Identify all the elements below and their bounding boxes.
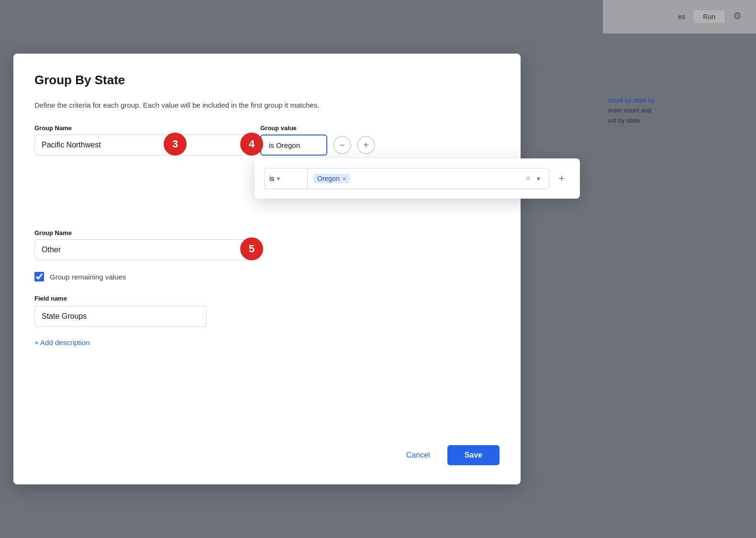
group1-name-input[interactable] (34, 134, 255, 156)
field-name-label: Field name (34, 295, 500, 302)
tag-dropdown-arrow-icon[interactable]: ▾ (534, 175, 543, 182)
minus-icon: − (339, 140, 345, 151)
add-condition-button[interactable]: + (357, 136, 375, 154)
condition-operator-select[interactable]: is ▾ (264, 168, 307, 189)
group2-name-input[interactable] (34, 239, 255, 260)
modal-dialog: Group By State Define the criteria for e… (13, 54, 521, 484)
group1-section: 3 4 is Oregon − + (34, 134, 500, 156)
group2-section: 5 (34, 239, 500, 260)
remove-condition-button[interactable]: − (333, 136, 351, 154)
group-remaining-row: Group remaining values (34, 272, 500, 281)
group1-value-text: is Oregon (269, 141, 300, 149)
group2-row: 5 (34, 239, 500, 260)
operator-label: is (269, 175, 274, 182)
tag-clear-icon[interactable]: × (526, 174, 530, 183)
group-name-header1: Group Name (34, 124, 255, 132)
popup-add-button[interactable]: + (553, 170, 570, 187)
modal-title: Group By State (34, 73, 500, 88)
group1-headers: Group Name Group value (34, 124, 500, 132)
modal-overlay: Group By State Define the criteria for e… (0, 0, 756, 538)
group-remaining-label: Group remaining values (50, 273, 126, 281)
step-badge-3: 3 (164, 133, 187, 156)
field-name-input[interactable] (34, 306, 207, 327)
plus-icon: + (363, 140, 369, 151)
modal-description: Define the criteria for each group. Each… (34, 101, 500, 109)
group1-row: 3 4 is Oregon − + (34, 134, 500, 156)
tag-input-area[interactable]: Oregon × × ▾ (307, 168, 549, 189)
oregon-tag-chip: Oregon × (313, 174, 350, 183)
group-name-header2: Group Name (34, 229, 255, 236)
add-description-link[interactable]: + Add description (34, 338, 500, 347)
condition-dropdown-popup: is ▾ Oregon × × ▾ + (255, 158, 580, 199)
group-remaining-checkbox[interactable] (34, 272, 44, 281)
tag-chip-remove-icon[interactable]: × (343, 175, 346, 182)
modal-footer: Cancel Save (34, 430, 500, 465)
cancel-button[interactable]: Cancel (397, 446, 440, 464)
step-badge-4: 4 (240, 133, 263, 156)
tag-chip-label: Oregon (317, 175, 340, 182)
save-button[interactable]: Save (447, 445, 500, 465)
field-name-section: Field name (34, 295, 500, 327)
group-value-header: Group value (260, 124, 297, 132)
group1-value-pill[interactable]: is Oregon (260, 134, 327, 156)
operator-dropdown-arrow-icon: ▾ (277, 175, 280, 182)
step-badge-5: 5 (240, 237, 263, 260)
